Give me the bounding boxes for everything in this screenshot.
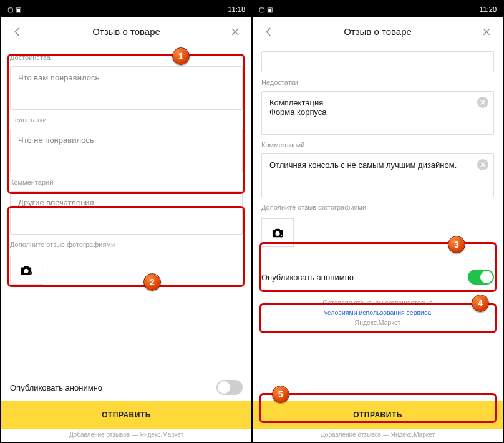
- cons-label: Недостатки: [10, 116, 243, 124]
- camera-icon: [271, 227, 284, 238]
- legal-line1: Оставляя отзыв, вы соглашаетесь с: [323, 299, 433, 306]
- status-bar: ▢▣ 11:20: [253, 1, 503, 17]
- submit-button[interactable]: ОТПРАВИТЬ: [1, 401, 251, 429]
- close-icon: [480, 162, 485, 167]
- pros-input-filled[interactable]: [261, 51, 494, 72]
- phone-frame-right: ▢▣ 11:20 Отзыв о товаре Недостатки Компл…: [252, 0, 504, 443]
- comment-text: Отличная консоль с не самым лучшим дизай…: [269, 160, 457, 170]
- comment-input[interactable]: Другие впечатления: [10, 191, 243, 235]
- anonymous-label: Опубликовать анонимно: [10, 383, 102, 392]
- legal-line2: Яндекс.Маркет: [355, 319, 401, 326]
- app-bar: Отзыв о товаре: [1, 17, 251, 46]
- status-icons-left: ▢▣: [7, 6, 21, 13]
- comment-label: Комментарий: [10, 178, 243, 186]
- comment-label: Комментарий: [261, 141, 494, 148]
- legal-text: Оставляя отзыв, вы соглашаетесь с услови…: [261, 298, 494, 328]
- add-photo-button[interactable]: [261, 218, 294, 247]
- anonymous-toggle-row: Опубликовать анонимно: [10, 374, 243, 401]
- content-right: Недостатки Комплектация Форма корпуса Ко…: [253, 46, 503, 401]
- submit-button[interactable]: ОТПРАВИТЬ: [253, 401, 503, 429]
- app-bar: Отзыв о товаре: [253, 17, 503, 46]
- cons-label: Недостатки: [261, 79, 494, 86]
- cons-text: Комплектация Форма корпуса: [269, 98, 327, 117]
- anonymous-label: Опубликовать анонимно: [261, 273, 354, 282]
- status-icons-left: ▢▣: [259, 6, 273, 13]
- page-title: Отзыв о товаре: [26, 26, 226, 37]
- pros-label: Достоинства: [10, 54, 243, 61]
- clear-cons-button[interactable]: [477, 97, 488, 108]
- terms-link[interactable]: условиями использования сервиса: [324, 309, 431, 316]
- add-photo-button[interactable]: [10, 256, 42, 285]
- anonymous-toggle[interactable]: [216, 380, 243, 395]
- anonymous-toggle-row: Опубликовать анонимно: [261, 263, 494, 291]
- photo-label: Дополните отзыв фотографиями: [10, 241, 243, 248]
- photo-label: Дополните отзыв фотографиями: [261, 203, 494, 211]
- status-bar: ▢▣ 11:18: [1, 1, 251, 17]
- close-button[interactable]: [226, 23, 244, 41]
- status-time: 11:20: [479, 6, 497, 13]
- close-button[interactable]: [478, 23, 495, 41]
- status-time: 11:18: [228, 6, 245, 13]
- back-button[interactable]: [260, 23, 278, 41]
- back-button[interactable]: [9, 23, 26, 41]
- clear-comment-button[interactable]: [477, 159, 488, 170]
- cons-input-filled[interactable]: Комплектация Форма корпуса: [261, 91, 494, 135]
- content-left: Достоинства Что вам понравилось Недостат…: [1, 46, 251, 401]
- anonymous-toggle[interactable]: [468, 270, 494, 285]
- comment-input-filled[interactable]: Отличная консоль с не самым лучшим дизай…: [261, 153, 494, 197]
- phone-frame-left: ▢▣ 11:18 Отзыв о товаре Достоинства Что …: [0, 0, 252, 443]
- camera-icon: [19, 265, 33, 276]
- pros-input[interactable]: Что вам понравилось: [10, 66, 243, 110]
- page-title: Отзыв о товаре: [278, 26, 478, 37]
- footer-caption: Добавление отзывов — Яндекс.Маркет: [1, 429, 251, 442]
- close-icon: [480, 100, 485, 105]
- cons-input[interactable]: Что не понравилось: [10, 129, 243, 172]
- footer-caption: Добавление отзывов — Яндекс.Маркет: [253, 429, 503, 442]
